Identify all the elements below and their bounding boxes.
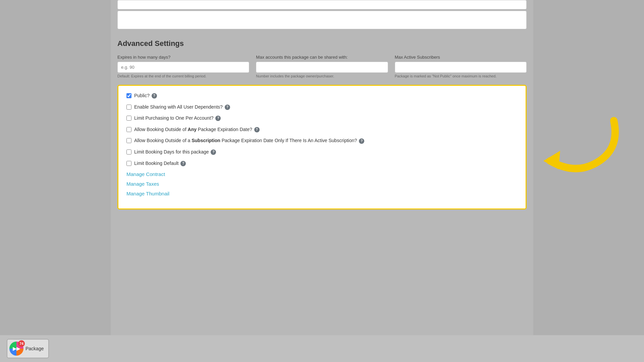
checkbox-limit-booking-default-label: Limit Booking Default ?	[134, 160, 186, 167]
package-taskbar-button[interactable]: 74 Package	[7, 339, 49, 358]
checkbox-enable-sharing-label: Enable Sharing with All User Dependents?…	[134, 104, 230, 111]
bold-any: Any	[188, 127, 197, 132]
help-icon-booking-any[interactable]: ?	[254, 127, 260, 132]
help-icon-sharing[interactable]: ?	[225, 105, 230, 110]
taskbar: 74 Package	[0, 335, 644, 362]
expires-input[interactable]	[117, 62, 249, 73]
checkbox-row-limit-purchasing: Limit Purchasing to One Per Account? ?	[126, 115, 518, 122]
checkbox-allow-booking-subscription-label: Allow Booking Outside of a Subscription …	[134, 137, 364, 144]
manage-contract-link[interactable]: Manage Contract	[126, 171, 518, 177]
page-wrapper: Advanced Settings Expires in how many da…	[0, 0, 644, 362]
help-icon-limit-purchasing[interactable]: ?	[215, 116, 221, 121]
max-accounts-input[interactable]	[256, 62, 388, 73]
checkbox-allow-booking-any[interactable]	[126, 127, 131, 132]
help-icon-booking-days[interactable]: ?	[211, 149, 216, 155]
checkbox-row-limit-booking-default: Limit Booking Default ?	[126, 160, 518, 167]
arrow-annotation	[540, 111, 621, 178]
manage-taxes-link[interactable]: Manage Taxes	[126, 181, 518, 187]
checkbox-limit-purchasing-label: Limit Purchasing to One Per Account? ?	[134, 115, 221, 122]
highlighted-options-box: Public? ? Enable Sharing with All User D…	[117, 85, 527, 209]
bold-subscription: Subscription	[192, 138, 220, 143]
checkbox-row-public: Public? ?	[126, 93, 518, 99]
max-accounts-label: Max accounts this package can be shared …	[256, 55, 388, 60]
checkbox-allow-booking-any-label: Allow Booking Outside of Any Package Exp…	[134, 126, 260, 133]
section-title: Advanced Settings	[117, 39, 527, 48]
checkbox-limit-booking-days-label: Limit Booking Days for this package ?	[134, 149, 216, 156]
max-subscribers-input[interactable]	[395, 62, 527, 73]
checkbox-row-enable-sharing: Enable Sharing with All User Dependents?…	[126, 104, 518, 111]
expires-label: Expires in how many days?	[117, 55, 249, 60]
advanced-settings-section: Advanced Settings Expires in how many da…	[117, 33, 527, 226]
checkbox-enable-sharing[interactable]	[126, 105, 131, 110]
checkbox-limit-booking-default[interactable]	[126, 161, 131, 166]
notification-badge: 74	[18, 340, 25, 347]
links-section: Manage Contract Manage Taxes Manage Thum…	[126, 171, 518, 196]
checkbox-allow-booking-subscription[interactable]	[126, 138, 131, 143]
checkbox-limit-booking-days[interactable]	[126, 149, 131, 155]
checkbox-public-label: Public? ?	[134, 93, 157, 99]
help-icon-booking-default[interactable]: ?	[180, 161, 186, 166]
manage-thumbnail-link[interactable]: Manage Thumbnail	[126, 191, 518, 196]
max-accounts-hint: Number includes the package owner/purcha…	[256, 74, 388, 78]
taskbar-icon-wrapper: 74	[9, 342, 23, 356]
checkbox-row-limit-booking-days: Limit Booking Days for this package ?	[126, 149, 518, 156]
help-icon-booking-subscription[interactable]: ?	[359, 138, 364, 144]
checkbox-row-allow-booking-subscription: Allow Booking Outside of a Subscription …	[126, 137, 518, 144]
checkbox-row-allow-booking-any: Allow Booking Outside of Any Package Exp…	[126, 126, 518, 133]
checkbox-public[interactable]	[126, 93, 131, 98]
taskbar-button-label: Package	[25, 346, 44, 351]
field-group-max-subscribers: Max Active Subscribers Package is marked…	[395, 55, 527, 78]
field-group-expires: Expires in how many days? Default: Expir…	[117, 55, 249, 78]
help-icon-public[interactable]: ?	[152, 93, 157, 99]
field-group-max-accounts: Max accounts this package can be shared …	[256, 55, 388, 78]
main-content: Advanced Settings Expires in how many da…	[111, 0, 533, 362]
top-card-area	[117, 0, 527, 29]
fields-row: Expires in how many days? Default: Expir…	[117, 55, 527, 78]
svg-marker-0	[543, 151, 560, 169]
max-subscribers-hint: Package is marked as "Not Public" once m…	[395, 74, 527, 78]
max-subscribers-label: Max Active Subscribers	[395, 55, 527, 60]
expires-hint: Default: Expires at the end of the curre…	[117, 74, 249, 78]
checkbox-limit-purchasing[interactable]	[126, 116, 131, 121]
